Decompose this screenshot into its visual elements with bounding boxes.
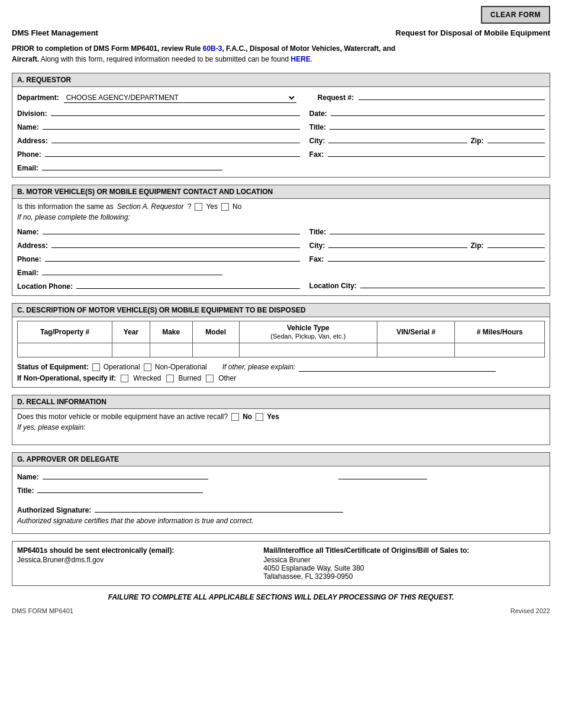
authorized-sig-note: Authorized signature certifies that the … bbox=[17, 517, 545, 525]
col-vin: VIN/Serial # bbox=[377, 321, 455, 343]
section-b: B. MOTOR VEHICLE(S) OR MOBILE EQUIPMENT … bbox=[12, 185, 550, 296]
section-g-header: G. APPROVER OR DELEGATE bbox=[12, 453, 550, 466]
location-city-field[interactable] bbox=[360, 279, 545, 288]
clear-form-button[interactable]: CLEAR FORM bbox=[481, 6, 550, 24]
email-label-a: Email: bbox=[17, 164, 38, 172]
name-field-g[interactable] bbox=[43, 470, 208, 479]
address-field-b[interactable] bbox=[51, 239, 300, 248]
non-operational-checkbox[interactable] bbox=[144, 363, 151, 371]
section-a: A. REQUESTOR Department: CHOOSE AGENCY/D… bbox=[12, 73, 550, 178]
city-label-b: City: bbox=[309, 241, 325, 250]
division-field[interactable] bbox=[51, 107, 300, 116]
location-city-label: Location City: bbox=[309, 282, 357, 290]
if-other-field[interactable] bbox=[299, 362, 496, 372]
fax-field-a[interactable] bbox=[328, 147, 545, 157]
no-checkbox-b[interactable] bbox=[221, 203, 229, 211]
cell-tag[interactable] bbox=[18, 343, 112, 357]
zip-field-b[interactable] bbox=[487, 239, 545, 248]
name-field-g2[interactable] bbox=[338, 470, 427, 479]
location-phone-field[interactable] bbox=[76, 279, 300, 289]
wrecked-label: Wrecked bbox=[133, 374, 161, 382]
intro-paragraph: PRIOR to completion of DMS Form MP6401, … bbox=[12, 43, 550, 65]
address-label-a: Address: bbox=[17, 137, 48, 145]
date-field-a[interactable] bbox=[331, 107, 545, 116]
no-label-b: No bbox=[232, 202, 241, 211]
other-label: Other bbox=[218, 374, 236, 382]
footer-right-name: Jessica Bruner bbox=[263, 556, 545, 564]
email-field-a[interactable] bbox=[42, 161, 222, 170]
recall-no-checkbox[interactable] bbox=[231, 413, 239, 421]
col-vehicle-type: Vehicle Type (Sedan, Pickup, Van, etc.) bbox=[239, 321, 377, 343]
cell-make[interactable] bbox=[150, 343, 192, 357]
yes-label-b: Yes bbox=[206, 202, 218, 211]
footer-right-address: 4050 Esplanade Way, Suite 380 bbox=[263, 564, 545, 572]
department-select[interactable]: CHOOSE AGENCY/DEPARTMENT bbox=[64, 93, 296, 103]
address-field-a[interactable] bbox=[51, 134, 300, 143]
same-as-end: ? bbox=[188, 202, 192, 211]
city-label-a: City: bbox=[309, 137, 325, 145]
title-label-g: Title: bbox=[17, 487, 34, 495]
fax-label-b: Fax: bbox=[309, 255, 324, 263]
department-label: Department: bbox=[17, 94, 59, 102]
intro-ending: . bbox=[311, 55, 312, 63]
section-d-header: D. RECALL INFORMATION bbox=[12, 395, 550, 409]
rule-link[interactable]: 60B-3 bbox=[203, 44, 222, 53]
title-field-g[interactable] bbox=[37, 484, 203, 493]
phone-field-b[interactable] bbox=[45, 252, 300, 262]
section-a-header: A. REQUESTOR bbox=[12, 73, 550, 87]
non-operational-label: Non-Operational bbox=[155, 363, 207, 371]
fax-field-b[interactable] bbox=[328, 252, 545, 262]
title-field-a[interactable] bbox=[330, 120, 545, 130]
footer-right-city: Tallahassee, FL 32399-0950 bbox=[263, 572, 545, 581]
same-as-italic: Section A. Requestor bbox=[117, 202, 184, 211]
cell-year[interactable] bbox=[112, 343, 150, 357]
col-model: Model bbox=[192, 321, 239, 343]
name-label-g: Name: bbox=[17, 473, 39, 481]
name-field-b[interactable] bbox=[43, 225, 300, 234]
yes-checkbox-b[interactable] bbox=[195, 203, 202, 211]
title-field-b[interactable] bbox=[330, 225, 545, 234]
same-as-text: Is this information the same as bbox=[17, 202, 114, 211]
operational-checkbox[interactable] bbox=[92, 363, 100, 371]
vehicle-table: Tag/Property # Year Make Model Vehicle T… bbox=[17, 321, 545, 357]
date-label-a: Date: bbox=[309, 109, 327, 118]
non-op-specify-label: If Non-Operational, specify if: bbox=[17, 374, 116, 382]
phone-field-a[interactable] bbox=[45, 147, 300, 157]
zip-label-b: Zip: bbox=[471, 241, 484, 250]
footer-left-label: MP6401s should be sent electronically (e… bbox=[17, 546, 251, 555]
col-make: Make bbox=[150, 321, 192, 343]
cell-model[interactable] bbox=[192, 343, 239, 357]
form-number: DMS FORM MP6401 bbox=[12, 607, 73, 614]
intro-bold-2: , F.A.C., Disposal of Motor Vehicles, Wa… bbox=[222, 44, 395, 53]
here-link[interactable]: HERE bbox=[291, 55, 311, 63]
intro-bold-1: PRIOR to completion of DMS Form MP6401, … bbox=[12, 44, 203, 53]
section-g: G. APPROVER OR DELEGATE Name: Title: Aut… bbox=[12, 452, 550, 534]
request-number-field[interactable] bbox=[358, 91, 545, 100]
recall-explain-text: If yes, please explain: bbox=[17, 423, 545, 431]
intro-normal: Along with this form, required informati… bbox=[39, 55, 291, 63]
name-label-a: Name: bbox=[17, 123, 39, 131]
intro-bold-3: Aircraft. bbox=[12, 55, 39, 63]
city-field-a[interactable] bbox=[328, 134, 467, 143]
col-year: Year bbox=[112, 321, 150, 343]
burned-label: Burned bbox=[179, 374, 202, 382]
if-no-text: If no, please complete the following: bbox=[17, 213, 545, 221]
recall-yes-checkbox[interactable] bbox=[256, 413, 263, 421]
cell-miles[interactable] bbox=[455, 343, 545, 357]
zip-field-a[interactable] bbox=[487, 134, 545, 143]
cell-vin[interactable] bbox=[377, 343, 455, 357]
cell-vehicle-type[interactable] bbox=[239, 343, 377, 357]
footer-left-email: Jessica.Bruner@dms.fl.gov bbox=[17, 556, 251, 564]
failure-notice: FAILURE TO COMPLETE ALL APPLICABLE SECTI… bbox=[12, 593, 550, 601]
wrecked-checkbox[interactable] bbox=[121, 375, 128, 382]
city-field-b[interactable] bbox=[328, 239, 467, 248]
other-checkbox[interactable] bbox=[206, 375, 214, 382]
email-field-b[interactable] bbox=[42, 266, 222, 275]
if-other-text: If other, please explain: bbox=[222, 363, 295, 371]
burned-checkbox[interactable] bbox=[166, 375, 174, 382]
name-field-a[interactable] bbox=[43, 120, 300, 130]
header-left-title: DMS Fleet Management bbox=[12, 28, 98, 37]
authorized-sig-field[interactable] bbox=[95, 503, 343, 513]
section-c: C. DESCRIPTION OF MOTOR VEHICLE(S) OR MO… bbox=[12, 303, 550, 388]
recall-question: Does this motor vehicle or mobile equipm… bbox=[17, 413, 228, 421]
